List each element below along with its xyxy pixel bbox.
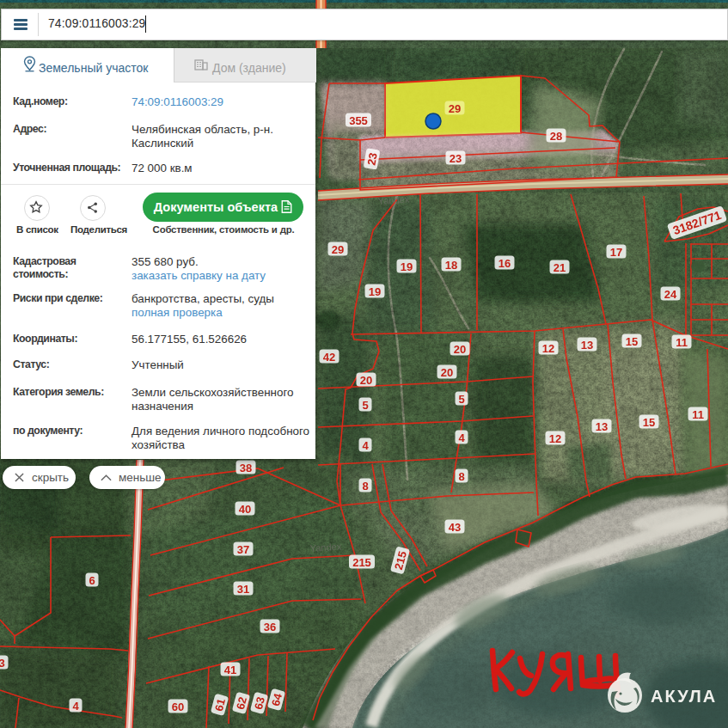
svg-text:215: 215 (352, 556, 371, 569)
svg-text:41: 41 (224, 664, 236, 676)
svg-text:23: 23 (364, 152, 379, 167)
svg-text:8: 8 (362, 480, 368, 492)
svg-text:4: 4 (362, 439, 369, 452)
svg-text:5: 5 (458, 393, 464, 406)
svg-text:18: 18 (445, 259, 457, 272)
svg-text:13: 13 (596, 420, 608, 433)
svg-text:21: 21 (554, 261, 566, 274)
svg-text:28: 28 (550, 130, 562, 143)
svg-text:19: 19 (369, 285, 381, 298)
svg-text:60: 60 (172, 700, 184, 713)
svg-text:43: 43 (449, 521, 461, 534)
svg-text:23: 23 (450, 152, 462, 165)
svg-text:20: 20 (441, 366, 453, 379)
svg-text:37: 37 (237, 543, 249, 556)
svg-text:3: 3 (0, 657, 5, 670)
svg-text:4: 4 (458, 431, 465, 444)
svg-text:8: 8 (458, 470, 464, 483)
svg-text:5: 5 (362, 399, 368, 412)
svg-text:29: 29 (449, 102, 461, 115)
svg-text:11: 11 (676, 336, 688, 349)
svg-text:12: 12 (542, 342, 554, 355)
svg-text:20: 20 (454, 343, 466, 356)
svg-text:36: 36 (264, 621, 276, 633)
svg-text:42: 42 (323, 351, 335, 364)
svg-text:16: 16 (499, 257, 511, 270)
svg-text:4: 4 (72, 700, 79, 713)
svg-text:13: 13 (581, 339, 593, 352)
svg-text:19: 19 (401, 260, 413, 273)
svg-text:11: 11 (692, 408, 704, 421)
svg-text:20: 20 (360, 374, 372, 387)
svg-text:38: 38 (240, 462, 252, 474)
svg-text:29: 29 (332, 243, 344, 256)
svg-text:355: 355 (349, 114, 368, 127)
svg-text:АКУЛА: АКУЛА (651, 687, 717, 706)
svg-text:15: 15 (626, 335, 638, 348)
svg-text:24: 24 (664, 288, 677, 301)
svg-text:31: 31 (237, 583, 249, 596)
svg-text:15: 15 (643, 416, 655, 429)
svg-text:17: 17 (610, 246, 622, 259)
svg-text:6: 6 (89, 574, 95, 587)
svg-text:12: 12 (549, 432, 561, 445)
svg-text:40: 40 (239, 503, 251, 516)
